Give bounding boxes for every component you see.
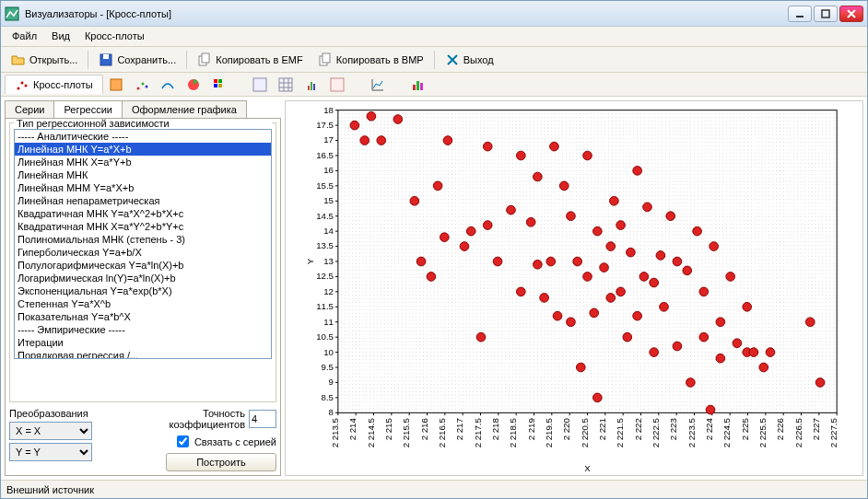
svg-point-4513: [523, 131, 524, 132]
svg-rect-20: [218, 84, 222, 87]
tab-chart-design[interactable]: Оформление графика: [122, 100, 247, 118]
svg-point-7206: [633, 227, 634, 228]
svg-point-2419: [434, 331, 435, 331]
link-series-checkbox[interactable]: Связать с серией: [173, 433, 276, 450]
svg-point-7951: [665, 124, 666, 125]
maximize-button[interactable]: [814, 6, 838, 22]
svg-point-8403: [684, 203, 685, 203]
toolbar-icon-9[interactable]: [324, 75, 350, 94]
svg-point-9855: [744, 167, 745, 168]
regression-item[interactable]: Линейная МНК X=a*Y+b: [15, 156, 271, 168]
regression-item[interactable]: Линейная МНК Y=a*X+b: [15, 143, 271, 156]
svg-point-1243: [388, 124, 389, 125]
svg-point-1454: [394, 263, 395, 264]
toolbar-icon-8[interactable]: [299, 75, 324, 94]
regression-listbox[interactable]: ----- Аналитические -----Линейная МНК Y=…: [14, 129, 272, 359]
svg-point-566: [359, 163, 360, 164]
svg-point-10462: [768, 184, 769, 185]
tab-regression[interactable]: Регрессии: [53, 100, 123, 118]
svg-point-9320: [719, 405, 720, 406]
save-button[interactable]: Сохранить...: [92, 50, 182, 70]
toolbar-icon-2[interactable]: [129, 75, 155, 94]
regression-item[interactable]: Линейная МНК: [15, 168, 271, 181]
svg-point-11854: [826, 241, 827, 242]
menu-view[interactable]: Вид: [44, 27, 77, 46]
regression-item[interactable]: Линейная МНМ Y=a*X+b: [15, 181, 271, 194]
tab-series[interactable]: Серии: [5, 100, 54, 118]
crossplots-tab[interactable]: Кросс-плоты: [5, 75, 103, 94]
svg-point-6039: [583, 359, 584, 360]
menu-file[interactable]: Файл: [5, 27, 44, 46]
svg-point-1037: [377, 309, 378, 310]
svg-point-4159: [505, 401, 506, 402]
regression-item[interactable]: Гиперболическая Y=a+b/X: [15, 246, 271, 259]
regression-item[interactable]: Полиномиальная МНК (степень - 3): [15, 233, 271, 246]
svg-point-1053: [377, 366, 378, 367]
build-button[interactable]: Построить: [166, 453, 276, 471]
svg-point-2134: [423, 235, 424, 236]
regression-item[interactable]: Квадратичная МНК X=a*Y^2+b*Y+c: [15, 220, 271, 233]
svg-point-3390: [476, 113, 477, 114]
svg-point-8497: [686, 231, 687, 232]
svg-point-5458: [562, 128, 563, 129]
svg-point-4339: [516, 124, 517, 125]
transform-x-select[interactable]: X = X: [9, 422, 92, 440]
svg-point-10445: [768, 124, 769, 125]
toolbar-icon-1[interactable]: [103, 75, 129, 94]
svg-point-5844: [577, 277, 578, 278]
svg-point-4478: [520, 313, 521, 314]
svg-point-8269: [676, 338, 677, 339]
svg-point-12020: [833, 220, 834, 221]
svg-point-4567: [523, 323, 524, 324]
svg-point-6866: [619, 241, 620, 242]
svg-point-3614: [484, 298, 485, 299]
svg-point-6328: [598, 163, 599, 164]
svg-point-4440: [520, 178, 521, 179]
toolbar-icon-10[interactable]: [365, 75, 391, 94]
svg-point-6209: [591, 352, 592, 353]
svg-point-10295: [762, 203, 763, 203]
svg-point-5481: [562, 210, 563, 211]
svg-point-9209: [715, 317, 716, 318]
regression-item[interactable]: ----- Аналитические -----: [15, 130, 271, 143]
regression-item[interactable]: Итерации: [15, 336, 271, 349]
svg-point-6882: [619, 298, 620, 299]
toolbar-icon-11[interactable]: [405, 75, 431, 94]
toolbar-icon-4[interactable]: [181, 75, 206, 94]
close-button[interactable]: [839, 6, 863, 22]
svg-point-4724: [530, 270, 531, 271]
toolbar-icon-6[interactable]: [247, 75, 273, 94]
regression-item[interactable]: Степенная Y=a*X^b: [15, 297, 271, 310]
regression-item[interactable]: Порядковая регрессия /...: [15, 349, 271, 359]
svg-point-5477: [562, 195, 563, 196]
regression-item[interactable]: Квадратичная МНК Y=a*X^2+b*X+c: [15, 207, 271, 220]
open-button[interactable]: Открыть...: [5, 50, 84, 70]
regression-item[interactable]: ----- Эмпирические -----: [15, 323, 271, 336]
svg-point-3944: [498, 249, 499, 250]
precision-input[interactable]: [249, 410, 276, 428]
regression-item[interactable]: Полулогарифмическая Y=a*ln(X)+b: [15, 259, 271, 272]
svg-point-10700: [780, 113, 780, 114]
exit-button[interactable]: Выход: [439, 50, 500, 70]
regression-item[interactable]: Логарифмическая ln(Y)=a*ln(X)+b: [15, 272, 271, 284]
svg-point-8727: [698, 131, 698, 132]
svg-point-12026: [833, 241, 834, 242]
copy-emf-button[interactable]: Копировать в EMF: [191, 50, 309, 70]
svg-point-4922: [537, 363, 538, 364]
transform-y-select[interactable]: Y = Y: [9, 443, 92, 461]
svg-point-3821: [495, 117, 496, 118]
toolbar-icon-5[interactable]: [206, 75, 232, 94]
menu-crossplots[interactable]: Кросс-плоты: [77, 27, 152, 46]
svg-point-5043: [545, 181, 545, 182]
toolbar-icon-7[interactable]: [273, 75, 299, 94]
regression-item[interactable]: Линейная непараметрическая: [15, 194, 271, 207]
regression-item[interactable]: Экспоненциальная Y=a*exp(b*X): [15, 284, 271, 297]
chart-area[interactable]: 88.599.51010.51111.51212.51313.51414.515…: [285, 100, 863, 476]
svg-point-2694: [444, 391, 445, 392]
copy-bmp-button[interactable]: Копировать в BMP: [311, 50, 430, 70]
toolbar-icon-3[interactable]: [155, 75, 181, 94]
svg-point-6175: [591, 231, 592, 232]
minimize-button[interactable]: [788, 6, 812, 22]
regression-item[interactable]: Показательная Y=a*b^X: [15, 310, 271, 323]
svg-point-3177: [466, 273, 467, 274]
